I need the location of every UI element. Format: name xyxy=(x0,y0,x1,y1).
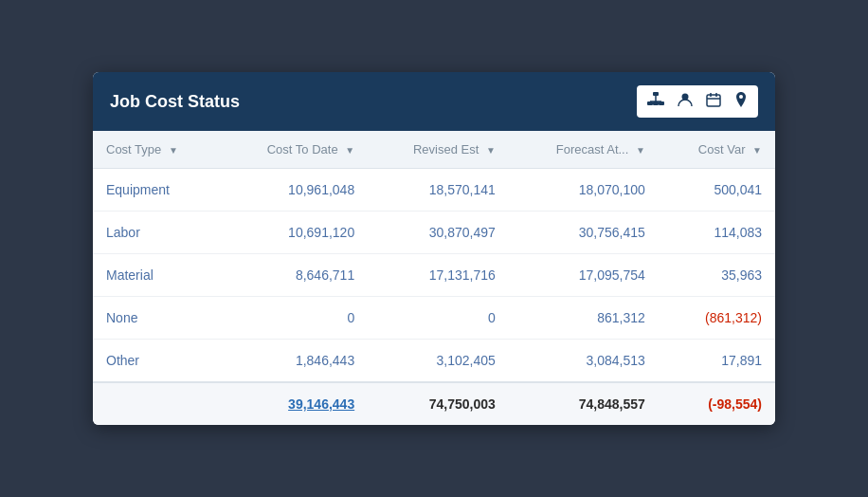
cell-cost-to-date: 0 xyxy=(220,297,368,340)
cell-cost-to-date: 10,691,120 xyxy=(220,212,368,254)
cell-forecast-at: 861,312 xyxy=(509,297,659,340)
cell-forecast-at: 17,095,754 xyxy=(509,254,659,297)
col-revised-est: Revised Est ▼ xyxy=(368,131,509,169)
cell-forecast-at: 30,756,415 xyxy=(509,212,659,254)
table-row: Material8,646,71117,131,71617,095,75435,… xyxy=(93,254,775,297)
svg-point-11 xyxy=(739,95,743,99)
cell-cost-type: Material xyxy=(93,254,220,297)
table-header: Cost Type ▼ Cost To Date ▼ Revised Est ▼… xyxy=(93,131,775,169)
card-title: Job Cost Status xyxy=(110,92,240,112)
col-forecast-at: Forecast At... ▼ xyxy=(509,131,659,169)
col-cost-to-date: Cost To Date ▼ xyxy=(220,131,368,169)
filter-icon-cost-to-date[interactable]: ▼ xyxy=(345,145,354,156)
cell-cost-var: 114,083 xyxy=(659,212,775,254)
cell-cost-var: 17,891 xyxy=(659,340,775,383)
total-cost-to-date: 39,146,443 xyxy=(220,382,368,425)
cell-cost-type: Labor xyxy=(93,212,220,254)
cell-cost-var: 35,963 xyxy=(659,254,775,297)
card-header: Job Cost Status xyxy=(93,72,775,131)
table-body: Equipment10,961,04818,570,14118,070,1005… xyxy=(93,169,775,383)
location-icon[interactable] xyxy=(730,89,752,114)
total-revised-est: 74,750,003 xyxy=(368,382,509,425)
table-wrapper: Cost Type ▼ Cost To Date ▼ Revised Est ▼… xyxy=(93,131,775,425)
total-cost-var: (-98,554) xyxy=(659,382,775,425)
cell-revised-est: 0 xyxy=(368,297,509,340)
total-label xyxy=(93,382,220,425)
table-row: Other1,846,4433,102,4053,084,51317,891 xyxy=(93,340,775,383)
svg-rect-7 xyxy=(707,95,720,106)
filter-icon-cost-type[interactable]: ▼ xyxy=(169,145,178,156)
cell-revised-est: 3,102,405 xyxy=(368,340,509,383)
cell-cost-to-date: 10,961,048 xyxy=(220,169,368,212)
col-cost-var: Cost Var ▼ xyxy=(659,131,775,169)
cell-cost-var: (861,312) xyxy=(659,297,775,340)
cell-revised-est: 18,570,141 xyxy=(368,169,509,212)
cell-forecast-at: 3,084,513 xyxy=(509,340,659,383)
org-chart-icon[interactable] xyxy=(642,89,669,114)
cell-revised-est: 17,131,716 xyxy=(368,254,509,297)
total-forecast-at: 74,848,557 xyxy=(509,382,659,425)
user-icon[interactable] xyxy=(673,89,697,114)
cell-cost-type: Equipment xyxy=(93,169,220,212)
calendar-icon[interactable] xyxy=(701,89,726,114)
header-icon-group xyxy=(637,85,758,118)
cell-cost-type: Other xyxy=(93,340,220,383)
filter-icon-cost-var[interactable]: ▼ xyxy=(752,145,762,156)
col-cost-type: Cost Type ▼ xyxy=(93,131,220,169)
job-cost-status-card: Job Cost Status xyxy=(93,72,775,425)
svg-rect-0 xyxy=(653,92,659,96)
totals-row: 39,146,443 74,750,003 74,848,557 (-98,55… xyxy=(93,382,775,425)
cost-table: Cost Type ▼ Cost To Date ▼ Revised Est ▼… xyxy=(93,131,775,425)
filter-icon-revised-est[interactable]: ▼ xyxy=(486,145,496,156)
cell-revised-est: 30,870,497 xyxy=(368,212,509,254)
table-row: Labor10,691,12030,870,49730,756,415114,0… xyxy=(93,212,775,254)
filter-icon-forecast-at[interactable]: ▼ xyxy=(636,145,645,156)
cell-forecast-at: 18,070,100 xyxy=(509,169,659,212)
cell-cost-to-date: 1,846,443 xyxy=(220,340,368,383)
table-row: None00861,312(861,312) xyxy=(93,297,775,340)
cell-cost-to-date: 8,646,711 xyxy=(220,254,368,297)
cell-cost-type: None xyxy=(93,297,220,340)
table-footer: 39,146,443 74,750,003 74,848,557 (-98,55… xyxy=(93,382,775,425)
cell-cost-var: 500,041 xyxy=(659,169,775,212)
table-row: Equipment10,961,04818,570,14118,070,1005… xyxy=(93,169,775,212)
